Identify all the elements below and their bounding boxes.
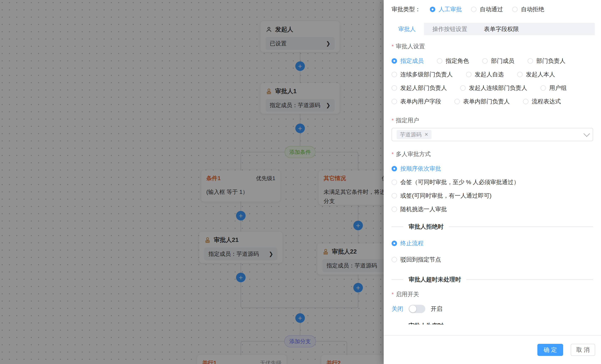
enable-switch-row: 关闭 开启 [391, 305, 593, 313]
radio-icon [391, 241, 397, 246]
confirm-button[interactable]: 确 定 [537, 344, 563, 356]
approver-setting-label: 审批人设置 [391, 43, 593, 49]
chevron-down-icon [583, 131, 590, 137]
radio-return-to-node[interactable]: 驳回到指定节点 [391, 256, 441, 263]
panel-footer: 确 定 取 消 [384, 335, 601, 364]
radio-manual-approval[interactable]: 人工审批 [430, 5, 462, 13]
radio-initiator-self[interactable]: 发起人本人 [517, 71, 555, 78]
next-section-divider-clipped: 审批人为空时 [391, 322, 593, 324]
radio-icon [391, 257, 397, 262]
approval-type-label: 审批类型： [391, 5, 421, 13]
reject-section-title: 审批人拒绝时 [409, 223, 444, 231]
approver-setting-row1: 指定成员 指定角色 部门成员 部门负责人 [391, 58, 593, 64]
multi-mode-option-row: 或签(可同时审批，有一人通过即可) [391, 192, 593, 199]
radio-assign-role[interactable]: 指定角色 [437, 57, 469, 65]
radio-icon [541, 85, 546, 91]
approver-setting-row3: 发起人部门负责人 发起人连续部门负责人 用户组 [391, 85, 593, 91]
radio-icon [391, 72, 397, 77]
tab-approver[interactable]: 审批人 [390, 23, 424, 35]
radio-process-expression[interactable]: 流程表达式 [523, 98, 561, 105]
radio-icon [437, 58, 442, 64]
tag-remove-icon[interactable]: ✕ [424, 132, 428, 137]
radio-form-user-field[interactable]: 表单内用户字段 [391, 98, 441, 105]
radio-user-group[interactable]: 用户组 [541, 84, 567, 92]
reject-option-row: 终止流程 [391, 240, 593, 247]
radio-random-one[interactable]: 随机挑选一人审批 [391, 205, 447, 213]
radio-countersign[interactable]: 会签（可同时审批，至少 % 人必须审批通过） [391, 178, 519, 186]
divider-line [466, 279, 593, 280]
radio-initiator-multi-dept-leader[interactable]: 发起人连续部门负责人 [460, 84, 527, 92]
radio-icon [430, 7, 435, 12]
radio-initiator-dept-leader[interactable]: 发起人部门负责人 [391, 84, 447, 92]
user-tag: 芋道源码 ✕ [397, 130, 431, 139]
divider-line [391, 279, 403, 280]
reject-section-divider: 审批人拒绝时 [391, 223, 593, 231]
tab-button-settings[interactable]: 操作按钮设置 [424, 23, 476, 35]
multi-mode-option-row: 按顺序依次审批 [391, 165, 593, 172]
assign-user-label: 指定用户 [391, 118, 593, 123]
radio-icon [391, 207, 397, 212]
next-section-title: 审批人为空时 [409, 322, 444, 324]
approval-type-row: 审批类型： 人工审批 自动通过 自动拒绝 [384, 0, 601, 23]
radio-icon [466, 72, 471, 77]
radio-dept-leader[interactable]: 部门负责人 [528, 57, 565, 65]
radio-icon [391, 85, 397, 91]
panel-scroll-area[interactable]: 审批人设置 指定成员 指定角色 部门成员 部门负责人 连续多级部门负责人 发起人… [384, 35, 601, 324]
panel-tabs: 审批人 操作按钮设置 表单字段权限 [390, 23, 595, 35]
radio-icon [482, 58, 488, 64]
approver-setting-row2: 连续多级部门负责人 发起人自选 发起人本人 [391, 71, 593, 78]
user-tag-label: 芋道源码 [400, 131, 421, 138]
timeout-toggle[interactable] [409, 305, 425, 313]
radio-icon [391, 99, 397, 104]
multi-mode-option-row: 会签（可同时审批，至少 % 人必须审批通过） [391, 179, 593, 185]
assign-user-select[interactable]: 芋道源码 ✕ [391, 128, 593, 141]
divider-line [449, 226, 593, 227]
radio-auto-approve[interactable]: 自动通过 [471, 5, 503, 13]
timeout-section-divider: 审批人超时未处理时 [391, 276, 593, 283]
switch-off-label: 关闭 [391, 305, 403, 313]
radio-terminate-process[interactable]: 终止流程 [391, 239, 424, 247]
radio-icon [523, 99, 528, 104]
radio-icon [471, 7, 476, 12]
radio-initiator-select[interactable]: 发起人自选 [466, 71, 504, 78]
divider-line [391, 226, 403, 227]
radio-icon [454, 99, 460, 104]
radio-icon [517, 72, 523, 77]
radio-icon [460, 85, 466, 91]
enable-switch-label: 启用开关 [391, 291, 593, 297]
toggle-knob [409, 305, 416, 313]
radio-orsign[interactable]: 或签(可同时审批，有一人通过即可) [391, 192, 492, 200]
radio-sequential-approval[interactable]: 按顺序依次审批 [391, 165, 441, 173]
radio-icon [391, 58, 397, 64]
radio-icon [528, 58, 533, 64]
radio-icon [391, 193, 397, 198]
tab-form-field-permissions[interactable]: 表单字段权限 [476, 23, 527, 35]
radio-form-dept-leader[interactable]: 表单内部门负责人 [454, 98, 510, 105]
radio-icon [391, 166, 397, 172]
radio-icon [391, 180, 397, 185]
timeout-section-title: 审批人超时未处理时 [409, 276, 461, 283]
radio-auto-reject[interactable]: 自动拒绝 [512, 5, 544, 13]
switch-on-label: 开启 [431, 305, 442, 313]
approver-setting-row4: 表单内用户字段 表单内部门负责人 流程表达式 [391, 98, 593, 105]
cancel-button[interactable]: 取 消 [571, 344, 595, 356]
radio-multi-level-dept-leader[interactable]: 连续多级部门负责人 [391, 71, 453, 78]
radio-icon [512, 7, 518, 12]
reject-option-row: 驳回到指定节点 [391, 256, 593, 263]
radio-assign-member[interactable]: 指定成员 [391, 57, 424, 65]
approval-config-panel: 审批类型： 人工审批 自动通过 自动拒绝 审批人 操作按钮设置 表单字段权限 审… [384, 0, 601, 364]
radio-dept-member[interactable]: 部门成员 [482, 57, 514, 65]
multi-mode-option-row: 随机挑选一人审批 [391, 206, 593, 212]
multi-mode-label: 多人审批方式 [391, 151, 593, 157]
